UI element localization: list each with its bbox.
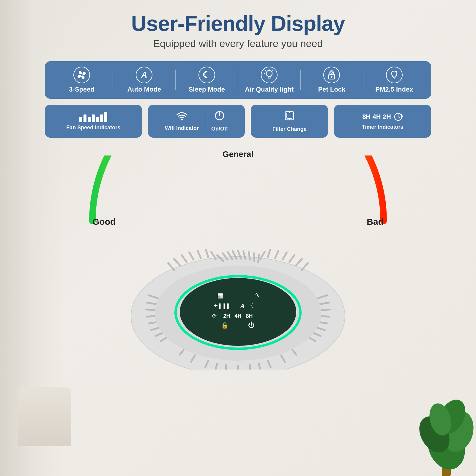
page-title: User-Friendly Display [131,12,345,35]
svg-line-42 [147,316,156,317]
svg-point-18 [181,119,183,120]
divider-5 [363,70,363,90]
svg-line-27 [398,117,400,118]
speed-bars-icon [79,111,107,122]
svg-line-64 [289,255,294,262]
fan-icon [73,67,90,83]
svg-text:∿: ∿ [255,291,260,299]
divider-1 [113,70,113,90]
wifi-feature: Wifi Indicator [165,111,199,131]
sofa-decoration [18,387,71,446]
svg-line-57 [182,255,187,262]
feature-petlock: Pet Lock [304,67,360,93]
power-icon [214,110,225,123]
divider-wifi-onoff [205,112,205,130]
svg-line-50 [320,316,329,317]
svg-point-17 [331,72,332,73]
svg-text:▦: ▦ [217,292,223,299]
wifi-label: Wifi Indicator [165,125,199,131]
svg-line-11 [265,70,266,71]
fan-speed-indicators: Fan Speed indicators [66,111,120,131]
wifi-icon [176,111,188,123]
feature-auto-label: Auto Mode [127,86,161,93]
svg-line-60 [206,250,208,257]
page-subtitle: Equipped with every feature you need [153,38,323,49]
svg-line-10 [272,70,273,71]
svg-point-15 [331,76,332,77]
timer-feature: 8H 4H 2H Timer Indicators [362,112,404,130]
divider-4 [300,70,301,90]
gauge-arc-svg [75,155,401,233]
filter-icon [284,110,295,124]
svg-line-41 [146,310,156,310]
svg-rect-22 [287,113,292,118]
feature-3speed: 3-Speed [54,67,110,93]
svg-text:✦: ✦ [213,302,218,309]
feature-sleep: ☾ Sleep Mode [179,67,235,93]
filter-box: Filter Change [251,105,328,138]
onoff-feature: On/Off [211,110,228,132]
purifier-svg: ▦ ∿ ✦ ▌ ▌▌ A ☾ ⟳ 2H 4H 8H 🔒 ⏻ [122,227,354,370]
fan-speed-label: Fan Speed indicators [66,125,120,131]
feature-airquality-label: Air Quality light [245,86,294,93]
svg-line-38 [258,255,259,263]
svg-line-62 [302,263,308,270]
svg-line-67 [268,250,270,257]
svg-line-37 [254,253,254,261]
plant-decoration [417,357,476,476]
moon-icon: ☾ [198,67,215,83]
svg-text:☾: ☾ [250,302,256,309]
feature-bar-row1: 3-Speed A Auto Mode ☾ Sleep Mode [45,61,431,99]
svg-line-55 [168,263,174,270]
feature-petlock-label: Pet Lock [318,86,346,93]
feature-pm25-label: PM2.5 Index [375,86,413,93]
svg-text:▌ ▌▌: ▌ ▌▌ [219,303,230,309]
svg-line-66 [275,251,278,258]
svg-text:4H: 4H [234,313,241,319]
divider-2 [175,70,176,90]
feature-auto: A Auto Mode [116,67,172,93]
bulb-icon [261,67,278,83]
fan-speed-box: Fan Speed indicators [45,105,142,138]
filter-label: Filter Change [272,126,307,132]
svg-text:8H: 8H [246,313,253,319]
svg-text:2H: 2H [223,313,230,319]
features-section: 3-Speed A Auto Mode ☾ Sleep Mode [45,61,431,138]
main-content: User-Friendly Display Equipped with ever… [0,0,476,373]
svg-text:⏻: ⏻ [248,321,255,329]
svg-point-6 [81,74,83,76]
svg-point-7 [266,70,272,76]
feature-bar-row2: Fan Speed indicators Wifi Indicator [45,105,431,138]
svg-line-56 [174,259,180,266]
svg-line-36 [249,252,250,260]
timer-label: Timer Indicators [362,124,404,130]
svg-text:A: A [240,303,245,309]
filter-feature: Filter Change [272,110,307,132]
divider-3 [238,70,238,90]
svg-text:🔒: 🔒 [221,322,228,329]
auto-icon: A [136,67,152,83]
feature-airquality: Air Quality light [241,67,297,93]
feature-pm25: PM2.5 Index [366,67,422,93]
lock-icon [323,67,340,83]
svg-point-82 [180,278,296,346]
air-quality-gauge: General Good Bad [75,150,401,233]
onoff-label: On/Off [211,126,228,132]
svg-line-65 [283,252,287,260]
svg-line-63 [296,259,302,266]
leaf-icon [386,67,403,83]
svg-line-58 [189,252,193,260]
timer-box: 8H 4H 2H Timer Indicators [334,105,431,138]
svg-text:⟳: ⟳ [212,313,217,319]
timer-icon: 8H 4H 2H [362,112,403,122]
purifier-device: ▦ ∿ ✦ ▌ ▌▌ A ☾ ⟳ 2H 4H 8H 🔒 ⏻ [122,224,354,373]
device-section: ▦ ∿ ✦ ▌ ▌▌ A ☾ ⟳ 2H 4H 8H 🔒 ⏻ [0,224,476,373]
wifi-onoff-box: Wifi Indicator On/Off [148,105,245,138]
feature-3speed-label: 3-Speed [69,86,94,93]
svg-line-49 [320,310,330,310]
svg-line-59 [198,251,201,258]
feature-sleep-label: Sleep Mode [189,86,225,93]
